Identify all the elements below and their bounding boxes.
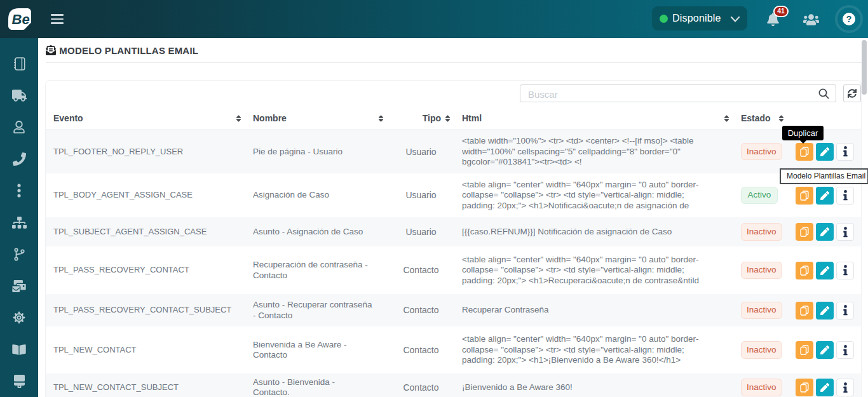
svg-text:Be: Be (12, 11, 30, 27)
